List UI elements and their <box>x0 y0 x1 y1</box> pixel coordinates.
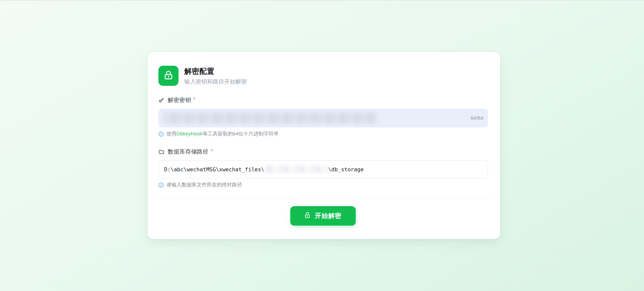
redacted-key-value <box>164 112 377 124</box>
page-title: 解密配置 <box>184 66 247 76</box>
key-char-counter: 64/64 <box>470 115 483 121</box>
submit-wrap: 开始解密 <box>158 206 487 226</box>
unlock-icon <box>304 212 311 221</box>
key-field-label: 解密密钥 <box>168 96 191 104</box>
key-icon <box>158 97 164 103</box>
brand-tile <box>158 66 179 86</box>
divider <box>158 198 490 199</box>
path-hint-row: 请输入数据库文件所在的绝对路径 <box>158 182 487 188</box>
folder-icon <box>158 149 164 155</box>
path-hint-text: 请输入数据库文件所在的绝对路径 <box>166 182 242 188</box>
card-header: 解密配置 输入密钥和路径开始解密 <box>158 66 487 86</box>
db-storage-path-input[interactable]: D:\abc\wechatMSG\xwechat_files\\db_stora… <box>158 160 488 178</box>
path-field-label: 数据库存储路径 <box>168 148 208 156</box>
header-texts: 解密配置 输入密钥和路径开始解密 <box>184 66 247 85</box>
key-field-label-row: 解密密钥 * <box>158 96 487 104</box>
start-decrypt-button[interactable]: 开始解密 <box>290 206 356 226</box>
key-required-mark: * <box>193 97 195 103</box>
path-value-prefix: D:\abc\wechatMSG\xwechat_files\ <box>164 166 264 173</box>
path-required-mark: * <box>211 149 213 155</box>
key-hint-row: 使用DbkeyHook等工具获取的64位十六进制字符串 <box>158 131 487 137</box>
info-icon <box>158 131 164 137</box>
page-subtitle: 输入密钥和路径开始解密 <box>184 78 247 85</box>
path-field-label-row: 数据库存储路径 * <box>158 148 487 156</box>
key-hint-text: 使用DbkeyHook等工具获取的64位十六进制字符串 <box>166 131 279 137</box>
lock-icon <box>163 69 174 82</box>
start-decrypt-label: 开始解密 <box>315 212 342 220</box>
decrypt-config-card: 解密配置 输入密钥和路径开始解密 解密密钥 * 64/64 使用D <box>148 52 500 239</box>
info-icon <box>158 182 164 188</box>
decrypt-key-input[interactable]: 64/64 <box>158 109 488 127</box>
path-value-suffix: \db_storage <box>328 166 364 173</box>
redacted-path-segment <box>264 166 328 173</box>
dbkeyhook-link[interactable]: DbkeyHook <box>177 131 203 136</box>
